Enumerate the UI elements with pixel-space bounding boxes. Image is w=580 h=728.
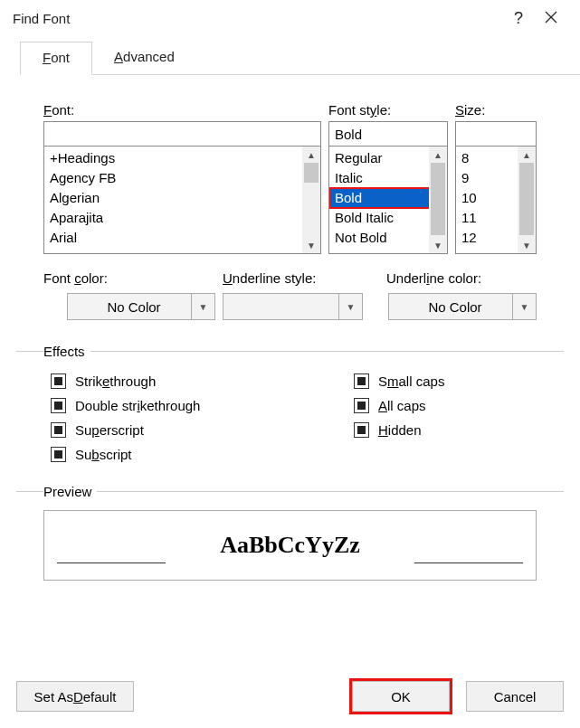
tri-state-checkbox[interactable] <box>354 373 369 389</box>
scroll-up-icon[interactable]: ▲ <box>518 147 536 163</box>
scroll-up-icon[interactable]: ▲ <box>302 147 320 163</box>
underline-style-label: Underline style: <box>223 270 363 286</box>
scroll-down-icon[interactable]: ▼ <box>429 237 447 253</box>
preview-box: AaBbCcYyZz <box>43 510 537 581</box>
font-style-label: Font style: <box>328 102 448 118</box>
font-color-value[interactable]: No Color <box>67 293 192 320</box>
chevron-down-icon: ▼ <box>347 302 356 312</box>
cancel-button[interactable]: Cancel <box>466 681 564 712</box>
underline-color-label: Underline color: <box>386 270 537 286</box>
font-label: Font: <box>43 102 321 118</box>
checkbox-label: Superscript <box>75 422 144 438</box>
scroll-up-icon[interactable]: ▲ <box>429 147 447 163</box>
checkbox-label: Subscript <box>75 447 132 462</box>
font-style-input[interactable] <box>328 121 448 147</box>
dialog-footer: Set As Default OK Cancel <box>0 668 580 728</box>
font-color-combo[interactable]: No Color ▼ <box>67 293 215 320</box>
underline-style-combo[interactable]: ▼ <box>223 293 363 320</box>
list-item[interactable]: Agency FB <box>44 168 320 188</box>
preview-rule <box>57 563 166 563</box>
tab-advanced[interactable]: Advanced <box>92 42 196 75</box>
size-scrollbar[interactable]: ▲ ▼ <box>518 147 536 253</box>
chevron-down-icon: ▼ <box>199 302 208 312</box>
titlebar: Find Font ? <box>0 0 580 33</box>
dialog-title: Find Font <box>13 11 502 26</box>
tri-state-checkbox[interactable] <box>51 447 66 462</box>
scroll-down-icon[interactable]: ▼ <box>518 237 536 253</box>
preview-text: AaBbCcYyZz <box>220 532 360 559</box>
checkbox-label: All caps <box>378 398 426 413</box>
list-item[interactable]: +Headings <box>44 148 320 168</box>
dropdown-button[interactable]: ▼ <box>513 293 537 320</box>
tri-state-checkbox[interactable] <box>354 398 369 413</box>
tab-font[interactable]: Font <box>20 42 92 75</box>
checkbox-hidden[interactable]: Hidden <box>354 422 537 438</box>
font-input[interactable] <box>43 121 321 147</box>
font-style-listbox[interactable]: RegularItalicBoldBold ItalicNot Bold ▲ ▼ <box>328 146 448 254</box>
font-listbox[interactable]: +HeadingsAgency FBAlgerianAparajitaArial… <box>43 146 321 254</box>
preview-rule <box>414 563 523 563</box>
checkbox-subscript[interactable]: Subscript <box>51 447 347 462</box>
help-button[interactable]: ? <box>502 9 535 28</box>
ok-button[interactable]: OK <box>352 681 450 712</box>
tab-panel-font: Font: +HeadingsAgency FBAlgerianAparajit… <box>0 75 580 590</box>
checkbox-label: Strikethrough <box>75 373 156 389</box>
preview-group: Preview AaBbCcYyZz <box>16 484 564 581</box>
tab-strip: Font Advanced <box>20 41 580 75</box>
scroll-thumb[interactable] <box>304 163 319 183</box>
font-color-label: Font color: <box>43 270 215 286</box>
close-icon <box>545 11 557 24</box>
checkbox-label: Double strikethrough <box>75 398 200 413</box>
effects-legend: Effects <box>43 344 90 359</box>
checkbox-label: Hidden <box>378 422 422 438</box>
effects-group: Effects StrikethroughDouble strikethroug… <box>16 344 564 475</box>
set-default-button[interactable]: Set As Default <box>16 681 134 712</box>
size-listbox[interactable]: 89101112 ▲ ▼ <box>455 146 537 254</box>
style-scrollbar[interactable]: ▲ ▼ <box>429 147 447 253</box>
dropdown-button[interactable]: ▼ <box>339 293 363 320</box>
list-item[interactable]: Algerian <box>44 188 320 208</box>
checkbox-all-caps[interactable]: All caps <box>354 398 537 413</box>
checkbox-label: Small caps <box>378 373 444 389</box>
list-item[interactable]: Arial <box>44 228 320 248</box>
checkbox-strikethrough[interactable]: Strikethrough <box>51 373 347 389</box>
checkbox-double-strikethrough[interactable]: Double strikethrough <box>51 398 347 413</box>
scroll-thumb[interactable] <box>431 163 445 235</box>
chevron-down-icon: ▼ <box>520 302 529 312</box>
scroll-thumb[interactable] <box>519 163 534 235</box>
tri-state-checkbox[interactable] <box>51 373 66 389</box>
scroll-down-icon[interactable]: ▼ <box>302 237 320 253</box>
underline-color-value[interactable]: No Color <box>388 293 513 320</box>
tri-state-checkbox[interactable] <box>354 422 369 438</box>
close-button[interactable] <box>535 11 567 27</box>
underline-color-combo[interactable]: No Color ▼ <box>388 293 537 320</box>
font-scrollbar[interactable]: ▲ ▼ <box>302 147 320 253</box>
list-item[interactable]: Aparajita <box>44 208 320 228</box>
tri-state-checkbox[interactable] <box>51 422 66 438</box>
preview-legend: Preview <box>43 484 97 499</box>
checkbox-superscript[interactable]: Superscript <box>51 422 347 438</box>
size-label: Size: <box>455 102 537 118</box>
size-input[interactable] <box>455 121 537 147</box>
underline-style-value[interactable] <box>223 293 339 320</box>
checkbox-small-caps[interactable]: Small caps <box>354 373 537 389</box>
dropdown-button[interactable]: ▼ <box>192 293 215 320</box>
tri-state-checkbox[interactable] <box>51 398 66 413</box>
